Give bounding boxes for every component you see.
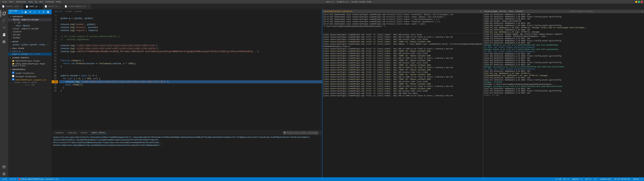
variable-local[interactable]: ▸ Local: exports.onLoad: [8, 27, 52, 30]
activity-scm[interactable]: [1, 24, 8, 31]
terminal-line: [15:37:05] [bakkesmod] class JavaScriptP…: [323, 14, 482, 16]
status-encoding[interactable]: UTF-8: [585, 178, 592, 180]
bp-uncaught[interactable]: Uncaught Exceptions: [8, 74, 52, 78]
bp-caught[interactable]: Caught Exceptions: [8, 71, 52, 74]
close-icon[interactable]: ✕: [59, 6, 60, 8]
menu-view[interactable]: View: [27, 0, 34, 3]
status-line-ending[interactable]: LF: [594, 178, 597, 180]
panel-tabs: TERMINAL PROBLEMS OUTPUT DEBUG CONSOLE 🔍…: [52, 130, 322, 135]
menu-help[interactable]: Help: [55, 0, 62, 3]
close-icon[interactable]: ✕: [40, 6, 40, 8]
rocket-line: [2167.83] Log: webRequest_X_44 type: HTT…: [484, 72, 643, 74]
rocket-line: [2222186634048333 Log: webRequest_X_45 t…: [484, 74, 643, 77]
activity-explorer[interactable]: [1, 10, 8, 17]
rocket-line: [2127.80] DevOnline: WebRequest_X_43 SEN…: [484, 55, 643, 57]
console-line: [class JavascriptPlugin::LoadedPlugin.cp…: [323, 76, 482, 78]
variable-block[interactable]: ▾ Block: exports.onLoad: [8, 18, 52, 21]
variable-this[interactable]: ▸ this: Object: [8, 24, 52, 27]
status-branch[interactable]: ⎇ Ai: [1, 178, 8, 180]
console-line: [class JavascriptPlugin::LoadedPlugin.cp…: [323, 52, 482, 55]
menu-selection[interactable]: Selection: [15, 0, 27, 3]
rocket-line: [2147.07] DevOnline: WebRequest_X_44 REC…: [484, 92, 643, 94]
terminal-content: [15:37:05] [bakkesmod] class JavaScriptP…: [322, 13, 483, 33]
rocket-line: Filename: C:\Users\Stan\AppData\Roaming\…: [484, 83, 643, 86]
rocket-line: [3082.33] PsyNet: handle_matchexpired: [484, 20, 643, 22]
tab-debug-console[interactable]: DEBUG CONSOLE: [90, 131, 108, 134]
menu-run[interactable]: Run: [38, 0, 44, 3]
filter-input[interactable]: 🔍 Filter (e.g. text, !exclude): [283, 131, 319, 134]
console-line: [class JavascriptPlugin::LoadedPlugin.cp…: [323, 57, 482, 60]
call-stack-item-0[interactable]: exports.onLoad test.js 299: [8, 53, 52, 56]
rocket-line: [2046.91] Log: webRequest_X_44 type: HTT…: [484, 31, 643, 33]
status-spaces[interactable]: Spaces: 4: [572, 178, 582, 180]
activity-settings[interactable]: [1, 170, 8, 177]
rocket-line: [1046.91] DevOnline: WebRequest_X_44 SEN…: [484, 29, 643, 31]
status-errors[interactable]: ⚠ 0 ⚡ 0: [9, 178, 16, 180]
rocket-close-btn[interactable]: ✕: [642, 10, 643, 12]
rocket-line: [2222.07] DevOnline: WebRequest_X_45 SEN…: [484, 79, 643, 81]
rocket-line: Length: 177,436: [484, 94, 643, 96]
debug-step-over[interactable]: ⟳: [28, 10, 32, 14]
tab-output[interactable]: OUTPUT: [79, 131, 90, 134]
debug-stop[interactable]: ⏹: [46, 10, 50, 14]
variable-script[interactable]: ▸ Script: [8, 33, 52, 36]
variable-global[interactable]: ▸ Global: [8, 36, 52, 40]
console-line: [class JavascriptPlugin::LoadedPlugin.cp…: [323, 71, 482, 74]
loaded-script-debug[interactable]: 📁 Debug BakkesModPlugin Mugen Remote Pro…: [8, 62, 52, 67]
console-line: [class JavascriptPlugin::LoadedPlugin.cp…: [323, 60, 482, 62]
rocket-title: RocketLeague [64-bit, DX11, Cooked]: [484, 10, 523, 12]
close-icon[interactable]: ✕: [20, 6, 22, 8]
bp-caught-checkbox[interactable]: [12, 72, 14, 74]
status-language[interactable]: JavaScript: [599, 178, 612, 180]
line-numbers: 12345 678910 1112131415 1617181920 2122 …: [52, 13, 59, 130]
code-content[interactable]: global.g = (global, global) console.log(…: [59, 13, 322, 130]
menu-bar[interactable]: File Edit Selection View Go Run Terminal…: [1, 0, 62, 3]
panel-close[interactable]: ✕: [320, 132, 321, 134]
menu-terminal[interactable]: Terminal: [44, 0, 55, 3]
watch-global[interactable]: global: global {global: Globa...: [8, 44, 52, 46]
rocket-line: Debugger listening on ws://127.0.0.1:922…: [484, 86, 643, 88]
tab-training-pack[interactable]: 📄 trainingPack.js ✕: [62, 4, 91, 10]
console-title: BakkesModConsole (DirectX): [324, 10, 352, 12]
status-position[interactable]: Ln 29, Col 8: [555, 178, 569, 180]
tab-problems[interactable]: PROBLEMS: [66, 131, 79, 134]
rocket-line: [2926.74] DevOnline: WebRequest_X_60 SEN…: [484, 16, 643, 18]
console-close-btn[interactable]: ✕: [480, 10, 482, 12]
arrow-icon: ▸: [14, 25, 15, 27]
variable-closure[interactable]: ▸ Closure: [8, 30, 52, 33]
tab-test2-js[interactable]: 📄 test2.js ✕: [42, 4, 63, 10]
menu-go[interactable]: Go: [34, 0, 38, 3]
status-debug-label[interactable]: 🔴 Debug BakkesModPlugin (plugins.js): [18, 178, 59, 180]
menu-edit[interactable]: Edit: [8, 0, 14, 3]
branch-name: Ai: [5, 178, 7, 180]
terminal-line: [15:37:05] [bakkesmod] class JavaScriptP…: [323, 20, 482, 23]
bp-line-checkbox[interactable]: [12, 78, 14, 80]
activity-debug[interactable]: [1, 31, 8, 38]
activity-extensions[interactable]: [1, 38, 8, 45]
console-line: [class JavascriptPlugin::LoadedPlugin.cp…: [323, 48, 482, 50]
activity-search[interactable]: [1, 17, 8, 24]
rocket-line: [2222.23] DevOnline: WebRequest_X_44 REC…: [484, 77, 643, 79]
rocket-title-bar: RocketLeague [64-bit, DX11, Cooked] Rock…: [483, 10, 644, 13]
console-line: [class JavascriptPlugin::LoadedPlugin.cp…: [323, 36, 482, 38]
debug-restart[interactable]: ↺: [42, 10, 46, 14]
activity-accounts[interactable]: [1, 164, 8, 170]
variable-i[interactable]: i : 23: [8, 21, 52, 24]
bp-uncaught-checkbox[interactable]: [12, 75, 14, 77]
rocket-panel: RocketLeague [64-bit, DX11, Cooked] Rock…: [483, 10, 644, 177]
debug-step-in[interactable]: ↙: [33, 10, 37, 14]
console-output-line: PCkSHh+tVR0kAJFGI+zNQvmNBBXKXX/Rp+j8eD0H…: [53, 144, 321, 147]
close-icon[interactable]: ✕: [88, 6, 89, 8]
loaded-script-bakkes[interactable]: 📁 BakkesModPlugin Plugin: [8, 60, 52, 62]
debug-step-out[interactable]: ↗: [37, 10, 41, 14]
terminal-line: [15:37:05] [bakkesmod] class JavaScriptP…: [323, 23, 482, 28]
bp-line[interactable]: BakkesModPlugin (plugins.js): [8, 78, 52, 81]
rocket-line: Debugger: Attached: [484, 81, 643, 83]
status-time: 16:15 20/09/20: [614, 178, 630, 180]
tab-launch-json[interactable]: 📄 launch.json ✕: [0, 4, 24, 10]
debug-continue[interactable]: ▶: [24, 10, 28, 14]
tab-test-js[interactable]: 📄 test.js ✕: [24, 4, 42, 10]
menu-file[interactable]: File: [1, 0, 8, 3]
console-title-bar: BakkesModConsole (DirectX) ✕: [322, 10, 483, 13]
tab-terminal[interactable]: TERMINAL: [53, 131, 66, 134]
